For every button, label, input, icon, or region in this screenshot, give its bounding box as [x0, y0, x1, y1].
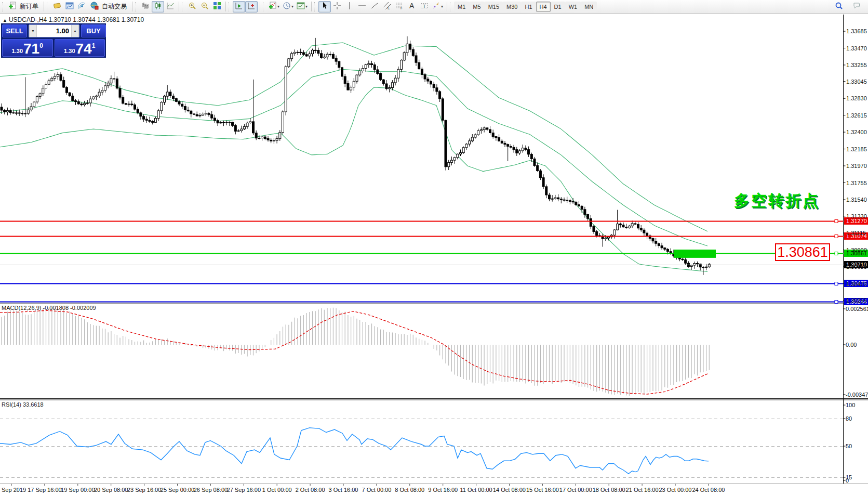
price-axis-tick: 1.33685	[846, 28, 867, 34]
bollinger-middle-band[interactable]	[0, 69, 707, 246]
price-axis-tick: 1.30470	[846, 281, 867, 287]
sell-price-sup: 0	[39, 42, 43, 49]
mt4-terminal-window: 新订单自动交易▾▾▾EFAT▾M1M5M15M30H1H4D1W1MN ▲USD…	[0, 0, 868, 495]
time-axis-label: 15 Oct 16:00	[526, 487, 559, 493]
rsi-indicator-label: RSI(14) 33.6618	[2, 401, 44, 408]
rsi-axis-tick: 50	[846, 443, 852, 449]
time-axis-label: 25 Sep 00:00	[161, 487, 194, 493]
volume-decrease-button[interactable]: ▼	[29, 25, 37, 37]
volume-increase-button[interactable]: ▲	[71, 25, 79, 37]
sell-price-big: 71	[23, 42, 39, 56]
time-axis-label: 3 Oct 16:00	[329, 487, 358, 493]
rsi-axis-tick: 80	[846, 415, 852, 422]
chart-ohlc-values: 1.30710 1.30744 1.30681 1.30710	[49, 16, 144, 23]
buy-price-sup: 1	[92, 42, 96, 49]
macd-axis-tick: 0.002561	[846, 306, 868, 312]
level-line-handle[interactable]	[835, 220, 838, 223]
time-axis-label: 6 Sep 2019	[0, 487, 26, 493]
time-axis-label: 18 Oct 08:00	[593, 487, 625, 493]
price-axis-tick: 1.30900	[846, 247, 867, 253]
buy-price-display[interactable]: 1.30 74 1	[55, 39, 105, 57]
time-axis-label: 23 Oct 00:00	[659, 487, 692, 493]
sell-button[interactable]: SELL	[2, 24, 27, 37]
rsi-axis-tick: 100	[846, 402, 855, 408]
chart-canvas[interactable]	[0, 0, 868, 495]
time-axis-label: 21 Oct 16:00	[626, 487, 659, 493]
macd-signal-line	[0, 310, 709, 394]
price-axis-tick: 1.31330	[846, 213, 867, 219]
time-axis-label: 23 Sep 16:00	[127, 487, 161, 493]
time-axis-label: 8 Oct 08:00	[395, 487, 424, 493]
price-axis-tick: 1.31970	[846, 163, 867, 169]
price-axis-tick: 1.33255	[846, 62, 867, 68]
buy-button[interactable]: BUY	[81, 24, 106, 37]
time-axis-label: 11 Oct 00:00	[460, 487, 492, 493]
price-axis-tick: 1.30685	[846, 264, 867, 270]
macd-axis-tick: -0.003479	[846, 392, 868, 398]
level-callout-box[interactable]: 1.30861	[775, 243, 830, 261]
sell-price-small: 1.30	[12, 48, 23, 54]
buy-price-big: 74	[76, 42, 92, 56]
time-axis-label: 9 Oct 16:00	[428, 487, 458, 493]
time-axis-label: 17 Sep 16:00	[28, 487, 61, 493]
level-line-handle[interactable]	[835, 252, 838, 255]
price-axis-tick: 1.32615	[846, 112, 867, 119]
time-axis-label: 14 Oct 08:00	[493, 487, 526, 493]
time-axis-label: 19 Sep 00:00	[61, 487, 95, 493]
time-axis-label: 20 Sep 08:00	[94, 487, 128, 493]
time-axis-label: 27 Sep 16:00	[227, 487, 261, 493]
sell-price-display[interactable]: 1.30 71 0	[2, 39, 53, 57]
time-axis-label: 17 Oct 00:00	[559, 487, 592, 493]
time-axis-label: 26 Sep 08:00	[194, 487, 228, 493]
buy-price-small: 1.30	[64, 48, 75, 54]
time-axis-label: 2 Oct 08:00	[296, 487, 325, 493]
volume-stepper: ▼ ▲	[29, 24, 79, 37]
rsi-line	[0, 428, 709, 474]
volume-input[interactable]	[37, 25, 71, 37]
collapse-panel-icon[interactable]: ▲	[3, 18, 7, 23]
bollinger-upper-band[interactable]	[0, 43, 707, 231]
price-axis-tick: 1.32830	[846, 95, 867, 101]
price-axis-tick: 1.30255	[846, 297, 867, 304]
price-axis-tick: 1.31755	[846, 180, 867, 186]
level-line-handle[interactable]	[835, 235, 838, 238]
time-axis-label: 1 Oct 00:00	[262, 487, 292, 493]
price-axis-tick: 1.32400	[846, 129, 867, 135]
price-axis-tick: 1.33045	[846, 79, 867, 85]
candlestick-series	[1, 36, 710, 275]
rsi-axis-tick: 0	[846, 477, 849, 484]
macd-indicator	[0, 307, 709, 396]
bollinger-lower-band[interactable]	[0, 87, 707, 271]
chart-symbol-period: USDCAD-,H4	[9, 16, 47, 23]
price-axis-tick: 1.31115	[846, 230, 866, 236]
macd-axis-tick: 0.00	[846, 342, 857, 348]
price-axis-tick: 1.31540	[846, 197, 867, 203]
macd-indicator-label: MACD(12,26,9) -0.001808 -0.002009	[2, 305, 96, 311]
level-line-handle[interactable]	[835, 282, 838, 285]
time-axis-label: 7 Oct 00:00	[362, 487, 391, 493]
price-axis-tick: 1.33470	[846, 45, 867, 51]
level-line-handle[interactable]	[835, 301, 838, 304]
price-axis-tick: 1.32185	[846, 146, 867, 152]
time-axis-label: 24 Oct 08:00	[692, 487, 725, 493]
chart-title: ▲USDCAD-,H4 1.30710 1.30744 1.30681 1.30…	[3, 16, 144, 23]
one-click-trading-panel: SELL ▼ ▲ BUY 1.30 71 0 1.30 74 1	[1, 23, 106, 58]
chart-annotation-text[interactable]: 多空转折点	[734, 190, 820, 212]
